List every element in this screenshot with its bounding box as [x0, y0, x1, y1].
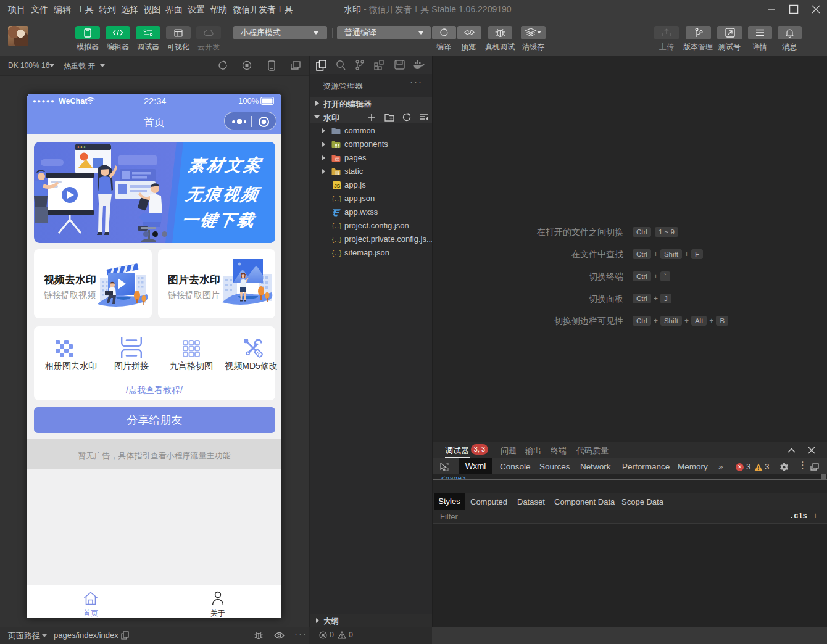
svg-text:一键下载: 一键下载 [180, 210, 257, 229]
svg-text:{..}: {..} [332, 250, 342, 257]
svg-text:JS: JS [334, 183, 340, 189]
svg-text:{..}: {..} [332, 223, 342, 230]
svg-text:{..}: {..} [332, 236, 342, 244]
svg-text:素材文案: 素材文案 [187, 155, 264, 175]
svg-text:<>: <> [336, 159, 339, 162]
svg-text:{..}: {..} [332, 196, 342, 203]
svg-text:无痕视频: 无痕视频 [183, 184, 262, 204]
